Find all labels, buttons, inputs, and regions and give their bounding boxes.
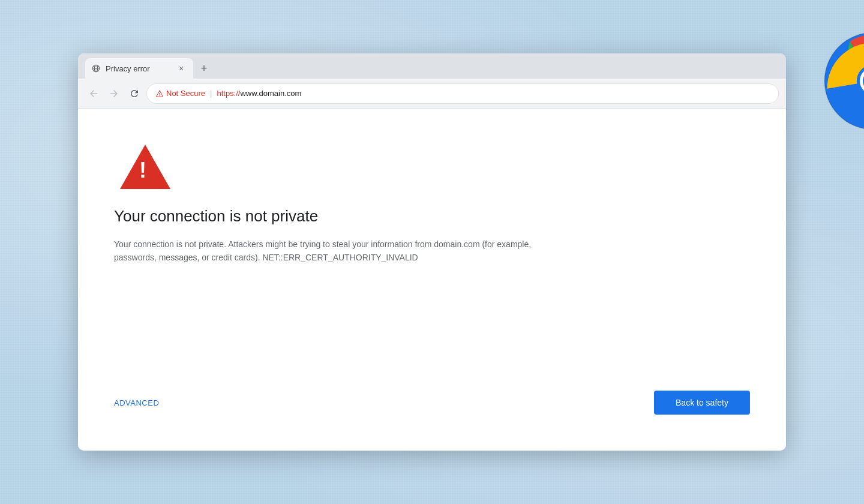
url-display: https://www.domain.com [217,89,770,98]
error-title: Your connection is not private [114,207,318,226]
error-page: Your connection is not private Your conn… [78,109,786,451]
chrome-logo [822,30,864,132]
tab-title: Privacy error [106,64,172,73]
active-tab[interactable]: Privacy error × [85,58,193,79]
advanced-button[interactable]: ADVANCED [114,394,159,412]
error-description: Your connection is not private. Attacker… [114,238,546,265]
tab-bar: Privacy error × + [78,53,786,79]
security-indicator: Not Secure [155,89,205,98]
address-divider: | [210,89,212,98]
url-host: www.domain.com [240,89,301,98]
warning-triangle-icon [120,145,170,189]
nav-bar: Not Secure | https://www.domain.com [78,79,786,109]
error-actions: ADVANCED Back to safety [114,391,750,415]
url-scheme: https:// [217,89,240,98]
not-secure-label: Not Secure [166,89,205,98]
back-button[interactable] [85,85,102,102]
not-secure-icon [155,89,164,98]
forward-button[interactable] [106,85,122,102]
new-tab-button[interactable]: + [196,60,212,77]
tab-close-button[interactable]: × [176,64,186,73]
tab-favicon-icon [91,64,101,73]
address-bar[interactable]: Not Secure | https://www.domain.com [146,83,779,104]
error-icon-container [120,145,170,189]
back-to-safety-button[interactable]: Back to safety [654,391,750,415]
browser-window: Privacy error × + Not Secure | [78,53,786,451]
reload-button[interactable] [126,85,143,102]
